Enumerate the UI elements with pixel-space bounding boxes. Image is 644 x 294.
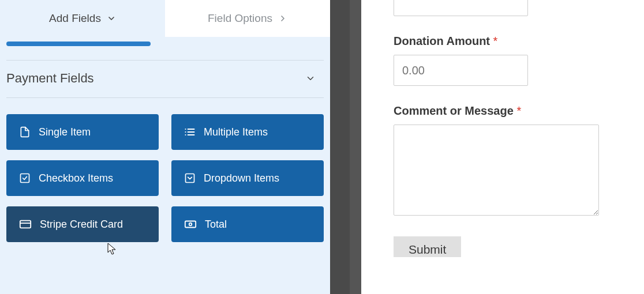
svg-rect-7 [186, 174, 194, 183]
donation-input[interactable] [394, 55, 528, 86]
field-label: Dropdown Items [204, 172, 279, 184]
tab-field-options[interactable]: Field Options [165, 0, 330, 37]
previous-field-block[interactable] [6, 42, 151, 46]
required-mark: * [516, 104, 521, 117]
donation-group: Donation Amount * [394, 35, 612, 86]
payment-fields-section: Payment Fields Single Item Multiple Item… [0, 46, 330, 242]
text-input[interactable] [394, 0, 528, 16]
field-label: Checkbox Items [39, 172, 113, 184]
checkbox-icon [19, 172, 31, 184]
field-grid: Single Item Multiple Items Checkbox Item… [6, 98, 324, 242]
tab-add-fields-label: Add Fields [49, 12, 101, 25]
required-mark: * [493, 35, 498, 47]
submit-label: Submit [409, 243, 446, 256]
svg-point-11 [189, 223, 192, 226]
svg-rect-8 [20, 221, 31, 228]
field-multiple-items[interactable]: Multiple Items [171, 114, 324, 150]
field-label: Multiple Items [204, 126, 268, 138]
label-text: Donation Amount [394, 35, 490, 47]
fields-sidebar: Add Fields Field Options Payment Fields [0, 0, 330, 294]
tabs: Add Fields Field Options [0, 0, 330, 37]
comment-textarea[interactable] [394, 125, 599, 216]
chevron-right-icon [278, 14, 287, 23]
section-title: Payment Fields [6, 71, 94, 86]
field-total[interactable]: Total [171, 206, 324, 242]
svg-rect-6 [21, 174, 29, 183]
field-dropdown-items[interactable]: Dropdown Items [171, 160, 324, 196]
field-single-item[interactable]: Single Item [6, 114, 159, 150]
list-icon [184, 126, 196, 138]
field-stripe-credit-card[interactable]: Stripe Credit Card [6, 206, 159, 242]
file-icon [19, 126, 31, 138]
tab-field-options-label: Field Options [208, 12, 272, 25]
svg-rect-10 [185, 221, 196, 228]
comment-group: Comment or Message * [394, 104, 612, 218]
field-label: Total [205, 218, 227, 231]
label-text: Comment or Message [394, 104, 514, 117]
dropdown-icon [184, 172, 196, 184]
field-label: Single Item [39, 126, 91, 138]
money-icon [184, 218, 197, 231]
prev-field-group [394, 0, 612, 16]
cursor-icon [106, 242, 118, 258]
field-label: Stripe Credit Card [40, 218, 123, 231]
chevron-down-icon [305, 73, 316, 84]
tab-add-fields[interactable]: Add Fields [0, 0, 165, 37]
comment-label: Comment or Message * [394, 104, 612, 118]
submit-button[interactable]: Submit [394, 236, 461, 257]
donation-label: Donation Amount * [394, 35, 612, 48]
credit-card-icon [19, 218, 32, 231]
chevron-down-icon [107, 14, 116, 23]
section-toggle[interactable]: Payment Fields [6, 60, 324, 98]
form-preview: Donation Amount * Comment or Message * S… [361, 0, 644, 294]
field-checkbox-items[interactable]: Checkbox Items [6, 160, 159, 196]
